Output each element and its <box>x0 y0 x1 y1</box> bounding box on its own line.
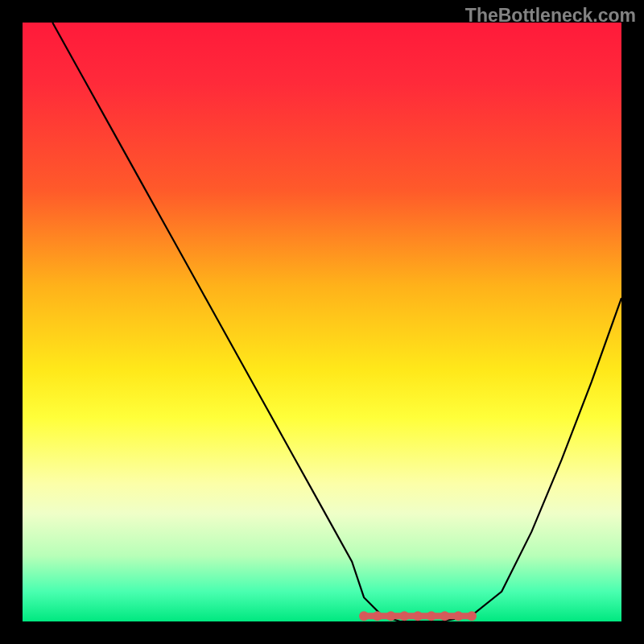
chart-svg <box>23 23 621 621</box>
bottleneck-curve <box>52 23 621 621</box>
plot-area <box>23 23 621 621</box>
optimal-range-bar <box>364 613 472 619</box>
chart-stage: TheBottleneck.com <box>0 0 644 644</box>
